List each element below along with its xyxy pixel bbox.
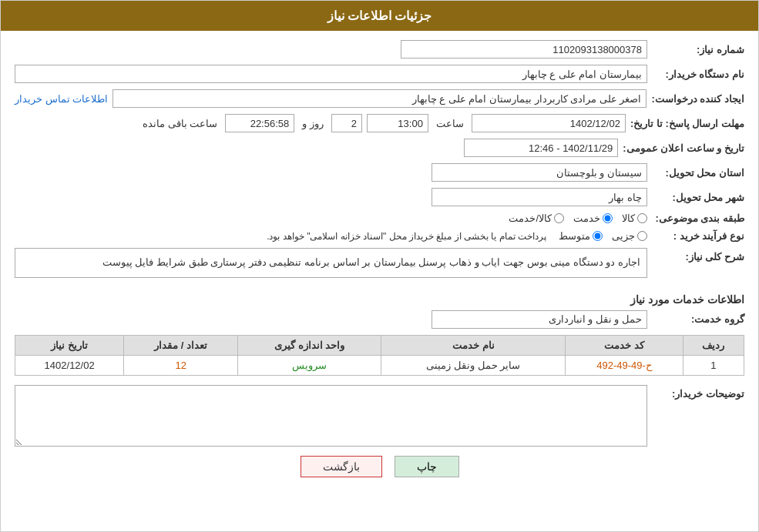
- group-khedmat-input: حمل و نقل و انبارداری: [432, 310, 647, 329]
- tabaqe-radio-group: کالا خدمت کالا/خدمت: [509, 212, 647, 224]
- nam-dastgah-label: نام دستگاه خریدار:: [652, 69, 744, 80]
- cell-nam: سایر حمل ونقل زمینی: [381, 355, 566, 375]
- cell-tedad: 12: [124, 355, 238, 375]
- nav-farayand-note: پرداخت تمام یا بخشی از مبلغ خریداز محل "…: [267, 231, 546, 242]
- sharh-label: شرح کلی نیاز:: [652, 248, 744, 263]
- radio-kala-khedmat[interactable]: کالا/خدمت: [509, 212, 564, 224]
- tarikh-elan-input: 1402/11/29 - 12:46: [464, 139, 618, 157]
- shahr-input: چاه بهار: [432, 188, 647, 206]
- saat-input: 13:00: [367, 114, 428, 132]
- radio-kala[interactable]: کالا: [622, 212, 647, 224]
- ijad-konande-input: اصغر علی مرادی کاربردار بیمارستان امام ع…: [113, 89, 646, 108]
- shomara-niaz-label: شماره نیاز:: [652, 44, 744, 55]
- nam-dastgah-input: بیمارستان امام علی ع چابهار: [15, 65, 647, 83]
- page-header: جزئیات اطلاعات نیاز: [1, 1, 758, 31]
- tabaqe-label: طبقه بندی موضوعی:: [652, 212, 744, 224]
- baqi-mande-input: 22:56:58: [225, 114, 294, 132]
- chap-button[interactable]: چاپ: [395, 456, 459, 477]
- sharh-box: اجاره دو دستگاه مینی بوس جهت ایاب و ذهاب…: [15, 248, 647, 278]
- baqi-mande-label: ساعت باقی مانده: [143, 118, 217, 129]
- table-row: 1 ح-49-49-492 سایر حمل ونقل زمینی سرویس …: [15, 355, 744, 375]
- services-table-container: ردیف کد خدمت نام خدمت واحد اندازه گیری ت…: [15, 335, 744, 376]
- col-tedad: تعداد / مقدار: [124, 335, 238, 355]
- bazgasht-button[interactable]: بازگشت: [301, 456, 382, 477]
- tosihaat-label: توضیحات خریدار:: [652, 385, 744, 400]
- ostan-input: سیستان و بلوچستان: [432, 163, 647, 182]
- mohlat-label: مهلت ارسال پاسخ: تا تاریخ:: [630, 118, 744, 129]
- col-vahed: واحد اندازه گیری: [238, 335, 381, 355]
- col-nam: نام خدمت: [381, 335, 566, 355]
- cell-vahed: سرویس: [238, 355, 381, 375]
- shomara-niaz-input: 1102093138000378: [401, 40, 647, 59]
- tarikh-input: 1402/12/02: [472, 114, 626, 132]
- saat-label: ساعت: [436, 118, 464, 129]
- nav-farayand-label: نوع فرآیند خرید :: [652, 230, 744, 242]
- radio-motevasset[interactable]: متوسط: [559, 230, 603, 242]
- ostan-label: استان محل تحویل:: [652, 167, 744, 179]
- col-radif: ردیف: [683, 335, 744, 355]
- tosihaat-textarea[interactable]: [15, 385, 647, 447]
- nav-farayand-radio-group: جزیی متوسط: [559, 230, 647, 242]
- ijad-konande-label: ایجاد کننده درخواست:: [651, 93, 744, 105]
- services-table: ردیف کد خدمت نام خدمت واحد اندازه گیری ت…: [15, 335, 744, 376]
- radio-khedmat[interactable]: خدمت: [573, 212, 613, 224]
- col-kod: کد خدمت: [566, 335, 683, 355]
- cell-radif: 1: [683, 355, 744, 375]
- rooz-input: 2: [331, 114, 362, 132]
- cell-tarikh: 1402/12/02: [15, 355, 124, 375]
- radio-jozi[interactable]: جزیی: [612, 230, 647, 242]
- ettelaat-tamas-link[interactable]: اطلاعات تماس خریدار: [15, 93, 108, 105]
- rooz-label: روز و: [302, 118, 324, 129]
- button-row: چاپ بازگشت: [15, 456, 744, 477]
- group-khedmat-label: گروه خدمت:: [652, 313, 744, 325]
- services-section-title: اطلاعات خدمات مورد نیاز: [15, 293, 744, 306]
- col-tarikh: تاریخ نیاز: [15, 335, 124, 355]
- cell-kod: ح-49-49-492: [566, 355, 683, 375]
- tarikh-elan-label: تاریخ و ساعت اعلان عمومی:: [623, 142, 744, 154]
- page-title: جزئیات اطلاعات نیاز: [327, 9, 432, 22]
- shahr-label: شهر محل تحویل:: [652, 192, 744, 203]
